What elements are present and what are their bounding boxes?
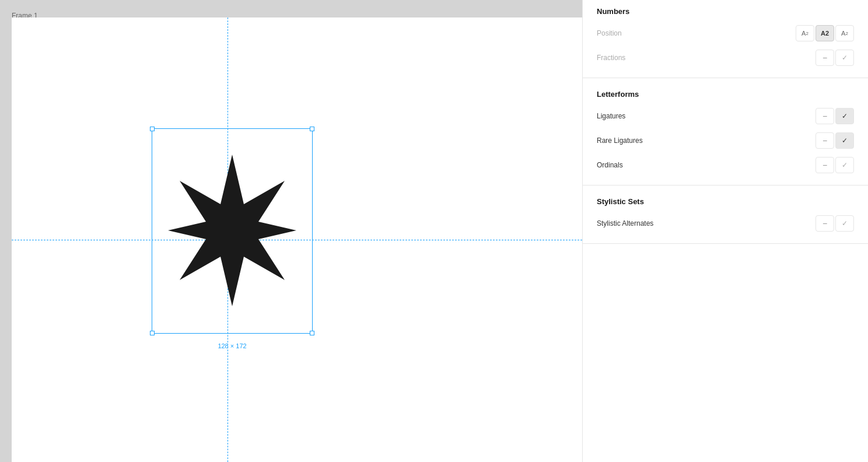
numbers-section: Numbers Position A2 A2 A2 Fractions − ✓ — [583, 0, 868, 78]
fractions-on-btn[interactable]: ✓ — [835, 50, 854, 66]
ordinals-btn-group: − ✓ — [816, 157, 854, 173]
ligatures-row: Ligatures − ✓ — [597, 108, 854, 124]
sub-script: 2 — [806, 31, 808, 36]
sup-script: 2 — [845, 31, 848, 36]
ligatures-btn-group: − ✓ — [816, 108, 854, 124]
rare-ligatures-label: Rare Ligatures — [597, 136, 816, 145]
position-btn-group: A2 A2 A2 — [796, 25, 854, 41]
stylistic-alternates-btn-group: − ✓ — [816, 215, 854, 232]
position-label: Position — [597, 29, 796, 37]
handle-top-right[interactable] — [310, 127, 314, 131]
fractions-btn-group: − ✓ — [816, 50, 854, 66]
letterforms-title: Letterforms — [597, 90, 854, 99]
ligatures-on-btn[interactable]: ✓ — [835, 108, 854, 124]
star-shape-container[interactable] — [160, 146, 304, 315]
ordinals-off-btn[interactable]: − — [816, 157, 834, 173]
fractions-label: Fractions — [597, 54, 816, 62]
svg-marker-0 — [168, 155, 296, 306]
rare-ligatures-row: Rare Ligatures − ✓ — [597, 132, 854, 149]
position-row: Position A2 A2 A2 — [597, 25, 854, 41]
stylistic-sets-section: Stylistic Sets Stylistic Alternates − ✓ — [583, 186, 868, 244]
canvas-content: 128 × 172 — [12, 18, 582, 462]
letterforms-section: Letterforms Ligatures − ✓ Rare Ligatures… — [583, 78, 868, 186]
star-svg — [168, 152, 296, 309]
stylistic-alternates-off-btn[interactable]: − — [816, 215, 834, 232]
fractions-row: Fractions − ✓ — [597, 50, 854, 66]
rare-ligatures-on-btn[interactable]: ✓ — [835, 132, 854, 149]
position-subscript-btn[interactable]: A2 — [796, 25, 814, 41]
ordinals-row: Ordinals − ✓ — [597, 157, 854, 173]
ordinals-on-btn[interactable]: ✓ — [835, 157, 854, 173]
ligatures-label: Ligatures — [597, 112, 816, 120]
stylistic-alternates-row: Stylistic Alternates − ✓ — [597, 215, 854, 232]
rare-ligatures-off-btn[interactable]: − — [816, 132, 834, 149]
ordinals-label: Ordinals — [597, 161, 816, 169]
stylistic-sets-title: Stylistic Sets — [597, 197, 854, 206]
rare-ligatures-btn-group: − ✓ — [816, 132, 854, 149]
position-superscript-btn[interactable]: A2 — [835, 25, 854, 41]
position-normal-btn[interactable]: A2 — [816, 25, 834, 41]
handle-bottom-right[interactable] — [310, 331, 314, 335]
canvas-area: Frame 1 128 × 172 — [0, 0, 582, 462]
right-panel: Numbers Position A2 A2 A2 Fractions − ✓ … — [582, 0, 868, 462]
numbers-title: Numbers — [597, 7, 854, 16]
handle-bottom-left[interactable] — [150, 331, 155, 335]
stylistic-alternates-label: Stylistic Alternates — [597, 219, 816, 228]
fractions-off-btn[interactable]: − — [816, 50, 834, 66]
dimension-label: 128 × 172 — [218, 342, 246, 349]
handle-top-left[interactable] — [150, 127, 155, 131]
stylistic-alternates-on-btn[interactable]: ✓ — [835, 215, 854, 232]
ligatures-off-btn[interactable]: − — [816, 108, 834, 124]
